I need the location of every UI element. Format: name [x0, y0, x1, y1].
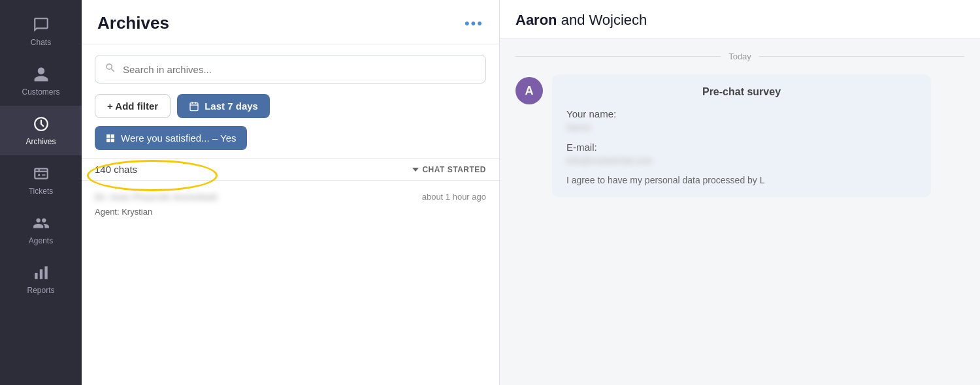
sidebar-item-reports[interactable]: Reports: [0, 254, 82, 304]
svg-rect-6: [35, 273, 37, 279]
archives-header: Archives •••: [82, 0, 499, 44]
tickets-icon: [32, 164, 50, 183]
svg-rect-9: [190, 102, 198, 110]
more-options-button[interactable]: •••: [465, 15, 483, 32]
avatar: A: [515, 77, 543, 104]
survey-row: A Pre-chat survey Your name: Aaron E-mai…: [515, 74, 964, 197]
chat-detail-header: Aaron and Wojciech: [500, 0, 980, 38]
svg-rect-1: [35, 168, 48, 178]
chat-detail-panel: Aaron and Wojciech Today A Pre-chat surv…: [500, 0, 980, 385]
last7days-button[interactable]: Last 7 days: [177, 94, 270, 118]
survey-name-label: Your name:: [566, 108, 917, 119]
divider-line-left: [515, 56, 721, 57]
satisfaction-filter-label: Were you satisfied... – Yes: [121, 132, 237, 144]
survey-card: Pre-chat survey Your name: Aaron E-mail:…: [552, 74, 931, 197]
chat-detail-agent-name: and Wojciech: [557, 12, 647, 28]
filters-row: + Add filter Last 7 days: [82, 94, 499, 126]
sidebar-item-chats[interactable]: Chats: [0, 7, 82, 56]
agents-icon: [32, 214, 50, 232]
survey-name-value: Aaron: [566, 122, 917, 132]
satisfaction-filter[interactable]: Were you satisfied... – Yes: [95, 126, 247, 150]
svg-rect-15: [106, 138, 110, 142]
archives-panel: Archives ••• + Add filter Last 7 days We…: [82, 0, 500, 385]
chat-item-header: Dr. Ivan Pisarski Anniskatt about 1 hour…: [95, 191, 486, 202]
sidebar-item-reports-label: Reports: [27, 286, 54, 295]
sidebar-item-chats-label: Chats: [31, 38, 51, 47]
survey-email-label: E-mail:: [566, 142, 917, 153]
search-input[interactable]: [123, 64, 476, 75]
survey-title: Pre-chat survey: [566, 86, 917, 98]
add-filter-button[interactable]: + Add filter: [95, 94, 171, 118]
chat-messages: Today A Pre-chat survey Your name: Aaron…: [500, 38, 980, 385]
svg-rect-13: [106, 134, 110, 138]
archives-icon: [32, 115, 50, 133]
search-box: [95, 55, 486, 84]
search-container: [82, 44, 499, 94]
search-icon: [105, 62, 116, 76]
sidebar-item-tickets[interactable]: Tickets: [0, 155, 82, 205]
sidebar-item-archives-label: Archives: [25, 137, 56, 146]
sidebar-item-archives[interactable]: Archives: [0, 106, 82, 155]
sidebar-item-agents-label: Agents: [29, 236, 53, 245]
sidebar-item-customers-label: Customers: [22, 87, 59, 97]
chat-count-row: 140 chats CHAT STARTED: [82, 158, 499, 180]
sort-by-chat-started[interactable]: CHAT STARTED: [412, 165, 486, 174]
chat-detail-customer-name: Aaron: [515, 12, 557, 28]
sidebar-item-customers[interactable]: Customers: [0, 56, 82, 106]
chat-count: 140 chats: [95, 164, 137, 175]
chat-icon: [32, 16, 50, 34]
sort-label-text: CHAT STARTED: [422, 165, 486, 174]
divider-line-right: [759, 56, 964, 57]
chat-agent: Agent: Krystian: [95, 207, 152, 217]
chat-customer-name: Dr. Ivan Pisarski Anniskatt: [95, 191, 218, 202]
svg-rect-7: [39, 270, 42, 279]
sidebar-item-agents[interactable]: Agents: [0, 205, 82, 254]
customers-icon: [32, 65, 50, 84]
survey-email-value: info@rocketchat.com: [566, 155, 917, 166]
last7days-label: Last 7 days: [204, 100, 258, 112]
svg-marker-17: [412, 168, 419, 172]
date-divider: Today: [515, 52, 964, 61]
svg-rect-8: [44, 266, 47, 279]
reports-icon: [32, 264, 50, 282]
svg-point-4: [38, 174, 40, 176]
svg-rect-16: [111, 138, 114, 142]
archives-title: Archives: [97, 13, 169, 33]
survey-consent-text: I agree to have my personal data process…: [566, 175, 917, 185]
sidebar-item-tickets-label: Tickets: [29, 187, 54, 196]
table-row[interactable]: Dr. Ivan Pisarski Anniskatt about 1 hour…: [82, 180, 499, 228]
chat-list: Dr. Ivan Pisarski Anniskatt about 1 hour…: [82, 180, 499, 228]
sidebar: Chats Customers Archives Tickets Agents …: [0, 0, 82, 385]
chat-time: about 1 hour ago: [422, 192, 486, 202]
svg-rect-14: [111, 134, 114, 138]
date-label: Today: [728, 52, 751, 61]
